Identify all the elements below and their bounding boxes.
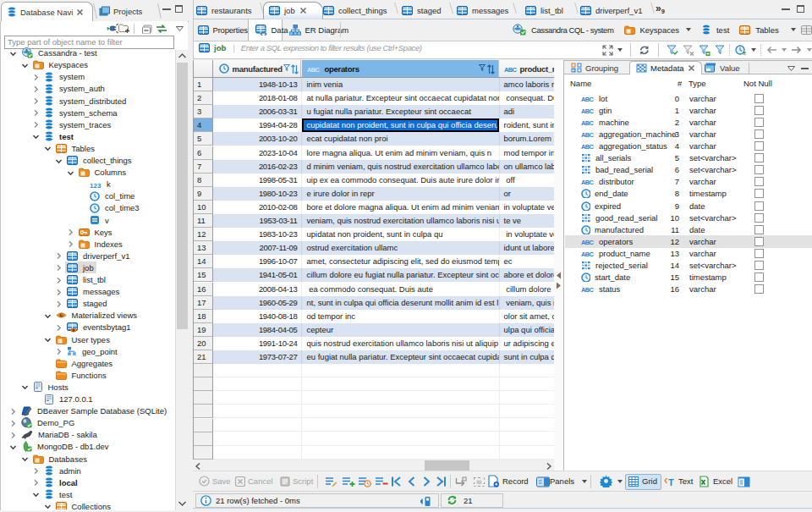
svg-text:ABC: ABC [581, 239, 595, 245]
svg-text:ABC: ABC [307, 66, 321, 73]
svg-text:T: T [668, 477, 674, 487]
svg-text:ABC: ABC [581, 96, 595, 102]
svg-text:ABC: ABC [504, 66, 518, 73]
svg-text:ABC: ABC [581, 143, 595, 150]
svg-text:ABC: ABC [581, 119, 595, 126]
svg-text:ABC: ABC [581, 131, 595, 138]
svg-text:ABC: ABC [581, 250, 595, 257]
svg-text:ABC: ABC [581, 179, 595, 185]
svg-text:ABC: ABC [581, 107, 595, 114]
svg-text:123: 123 [90, 181, 102, 189]
svg-text:ABC: ABC [581, 286, 595, 293]
